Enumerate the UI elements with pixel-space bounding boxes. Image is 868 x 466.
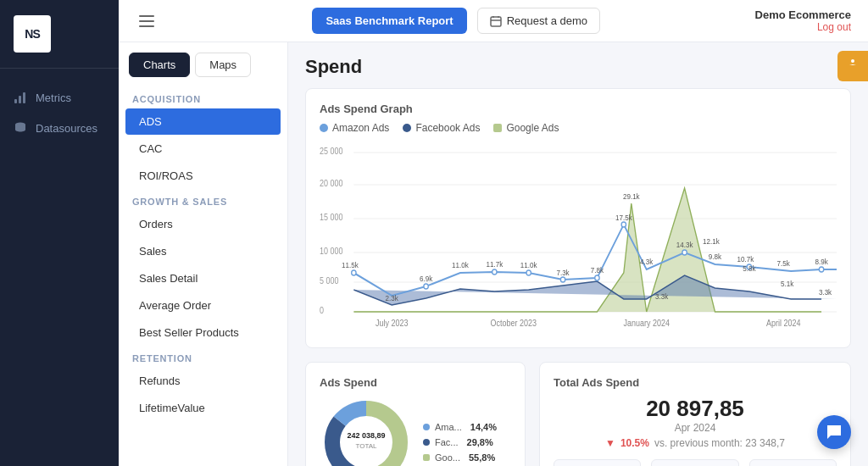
menu-item-avg-order[interactable]: Average Order (125, 292, 281, 319)
menu-item-lifetime[interactable]: LifetimeValue (125, 395, 281, 421)
svg-text:14.3k: 14.3k (676, 241, 693, 250)
dot-amazon-5 (560, 277, 565, 282)
menu-item-cac[interactable]: CAC (125, 136, 281, 162)
svg-text:January 2024: January 2024 (624, 319, 670, 329)
sidebar-item-metrics[interactable]: Metrics (0, 82, 119, 113)
donut-google-label: Goo... (435, 452, 460, 463)
menu-item-refunds[interactable]: Refunds (125, 368, 281, 394)
sidebar-item-datasources-label: Datasources (36, 122, 97, 135)
tab-maps[interactable]: Maps (195, 53, 251, 77)
menu-item-roi[interactable]: ROI/ROAS (125, 163, 281, 189)
svg-text:3.3k: 3.3k (655, 292, 669, 302)
svg-text:October 2023: October 2023 (491, 319, 537, 329)
accessibility-svg (844, 58, 861, 75)
page-title: Spend (305, 56, 851, 78)
legend-amazon: Amazon Ads (320, 122, 389, 134)
legend-facebook: Facebook Ads (403, 122, 480, 134)
svg-text:5.8k: 5.8k (743, 264, 756, 274)
menu-item-ads[interactable]: ADS (125, 108, 281, 135)
svg-text:TOTAL: TOTAL (355, 442, 377, 450)
svg-rect-0 (14, 99, 17, 103)
chart-legend: Amazon Ads Facebook Ads Google Ads (320, 122, 837, 134)
change-pct: 10.5% (620, 437, 649, 449)
svg-text:5.1k: 5.1k (781, 280, 794, 289)
total-ads-value: 20 897,85 (554, 396, 837, 422)
svg-text:7.8k: 7.8k (591, 266, 604, 275)
dot-amazon-1 (352, 270, 356, 275)
svg-rect-1 (19, 96, 21, 103)
legend-google-label: Google Ads (506, 122, 559, 134)
legend-amazon-label: Amazon Ads (332, 122, 389, 134)
svg-text:7.5k: 7.5k (777, 259, 791, 269)
section-retention: RETENTION (119, 347, 287, 367)
svg-text:11.7k: 11.7k (486, 260, 503, 269)
dot-amazon-3 (492, 269, 497, 275)
svg-text:6.9k: 6.9k (420, 275, 433, 284)
donut-google-pct: 55,8% (469, 452, 495, 463)
sidebar-item-datasources[interactable]: Datasources (0, 113, 119, 143)
svg-text:20 000: 20 000 (320, 179, 342, 189)
svg-text:8.9k: 8.9k (815, 258, 828, 267)
donut-facebook-pct: 29,8% (467, 437, 493, 447)
ads-spend-card: Ads Spend 242 038,89 (305, 362, 526, 466)
header-right: Demo Ecommerce Log out (755, 8, 851, 33)
chart-icon (14, 91, 27, 104)
svg-text:July 2023: July 2023 (376, 319, 408, 329)
left-panel: Charts Maps ACQUISITION ADS CAC ROI/ROAS… (119, 42, 288, 466)
accessibility-icon[interactable] (837, 51, 868, 81)
svg-text:25 000: 25 000 (320, 147, 342, 157)
svg-text:4.3k: 4.3k (640, 258, 654, 267)
tab-charts[interactable]: Charts (129, 53, 190, 77)
dot-amazon-10 (819, 267, 823, 272)
legend-google: Google Ads (493, 122, 559, 134)
menu-item-best-seller[interactable]: Best Seller Products (125, 319, 281, 346)
menu-item-sales[interactable]: Sales (125, 238, 281, 264)
demo-button[interactable]: Request a demo (477, 8, 600, 34)
svg-text:11.5k: 11.5k (342, 261, 359, 270)
donut-facebook-label: Fac... (435, 437, 459, 447)
logout-link[interactable]: Log out (755, 21, 851, 33)
sidebar-nav: Metrics Datasources (0, 69, 119, 466)
sub-card-amz: ••• AMZ Ads Spend 8.7k Apr 2024 ▼ 18.76% (749, 459, 837, 466)
logo-area: NS (0, 0, 119, 69)
svg-text:7.3k: 7.3k (556, 269, 570, 278)
benchmark-button[interactable]: Saas Benchmark Report (312, 8, 466, 34)
sub-card-google: Google Ads Spend 8.9k Apr 2024 ▲ 18.42% (554, 459, 641, 466)
donut-amazon-label: Ama... (435, 422, 462, 432)
svg-text:29.1k: 29.1k (623, 192, 640, 202)
donut-legend-amazon: Ama... 14,4% (423, 422, 497, 432)
svg-text:15 000: 15 000 (320, 213, 342, 223)
svg-text:9.8k: 9.8k (709, 252, 722, 262)
svg-text:12.1k: 12.1k (703, 237, 720, 247)
svg-text:10.7k: 10.7k (737, 255, 754, 264)
chat-bubble[interactable] (817, 415, 851, 449)
calendar-icon (490, 15, 502, 27)
dot-amazon-8 (682, 250, 687, 255)
content: Charts Maps ACQUISITION ADS CAC ROI/ROAS… (119, 42, 868, 466)
legend-facebook-label: Facebook Ads (415, 122, 480, 134)
header-left (136, 12, 158, 31)
total-ads-card: Total Ads Spend 20 897,85 Apr 2024 ▼ 10.… (539, 362, 851, 466)
menu-item-sales-detail[interactable]: Sales Detail (125, 265, 281, 291)
user-name: Demo Ecommerce (755, 8, 851, 21)
legend-dot-facebook (403, 124, 411, 132)
total-ads-period: Apr 2024 (554, 422, 837, 434)
donut-legend-facebook: Fac... 29,8% (423, 437, 497, 447)
dot-amazon-6 (595, 275, 599, 280)
demo-button-label: Request a demo (507, 14, 587, 27)
database-icon (14, 121, 27, 135)
chart-svg: 25 000 20 000 15 000 10 000 5 000 0 (320, 144, 837, 330)
svg-text:17.5k: 17.5k (615, 214, 632, 223)
menu-item-orders[interactable]: Orders (125, 211, 281, 237)
change-down-icon: ▼ (605, 437, 615, 449)
svg-rect-2 (23, 92, 25, 103)
legend-dot-amazon (320, 124, 328, 132)
right-panel: Spend Ads Spend Graph Amazon Ads Faceboo… (288, 42, 868, 466)
svg-text:April 2024: April 2024 (766, 319, 800, 329)
sub-card-facebook: Facebook Ads Spend 3.3k Apr 2024 ▼ 35.48… (651, 459, 738, 466)
menu-toggle[interactable] (136, 12, 158, 31)
svg-rect-4 (491, 17, 501, 26)
section-acquisition: ACQUISITION (119, 87, 287, 108)
donut-chart: 242 038,89 TOTAL (320, 396, 413, 466)
dot-amazon-7 (621, 222, 626, 227)
